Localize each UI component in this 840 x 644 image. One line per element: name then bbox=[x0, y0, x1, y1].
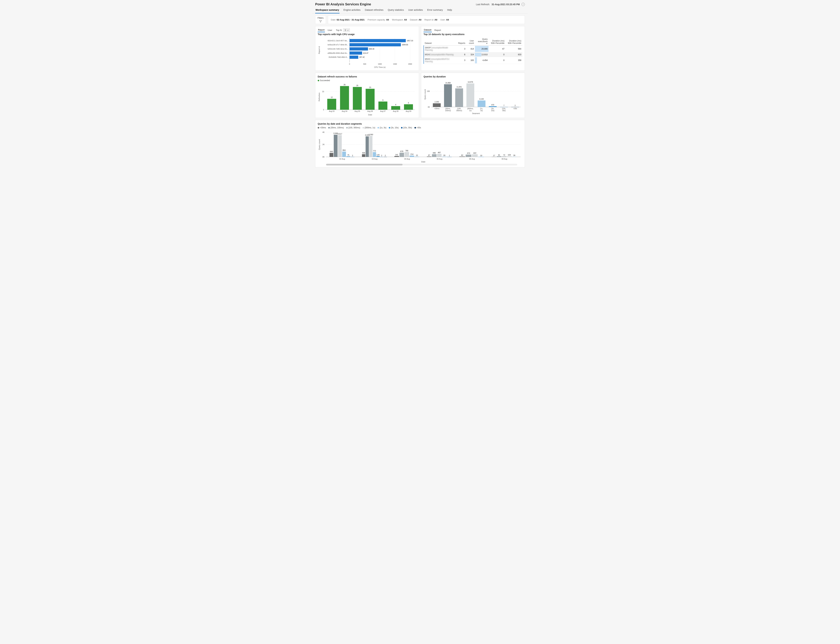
subtab-report[interactable]: Report bbox=[318, 28, 325, 32]
subtab-user[interactable]: User bbox=[327, 28, 332, 32]
legend-item: [10s, 30s) bbox=[401, 127, 412, 129]
tab-help[interactable]: Help bbox=[447, 7, 452, 13]
svg-text:0K: 0K bbox=[428, 106, 430, 108]
table-row[interactable]: MSXIConsumptionWinFOU Planning31634,4540… bbox=[424, 57, 522, 64]
svg-text:23: 23 bbox=[369, 87, 371, 88]
filter-item: Report id: All bbox=[424, 18, 437, 21]
queries-duration-title: Queries by duration bbox=[424, 75, 522, 78]
subtab-report2[interactable]: Report bbox=[434, 28, 441, 32]
svg-rect-31 bbox=[327, 99, 336, 110]
svg-text:141: 141 bbox=[395, 154, 398, 156]
svg-text:14,976: 14,976 bbox=[468, 81, 473, 83]
svg-text:25: 25 bbox=[356, 85, 358, 87]
svg-rect-146 bbox=[459, 156, 465, 157]
svg-text:104: 104 bbox=[508, 154, 511, 156]
table-header[interactable]: Query executions▼ bbox=[475, 37, 489, 46]
svg-rect-102 bbox=[342, 151, 346, 157]
svg-rect-115 bbox=[373, 152, 376, 157]
tab-query-statistics[interactable]: Query statistics bbox=[387, 7, 404, 13]
svg-text:Segment: Segment bbox=[472, 112, 480, 114]
svg-text:10: 10 bbox=[480, 154, 482, 156]
svg-text:10K: 10K bbox=[427, 90, 430, 92]
svg-text:12: 12 bbox=[331, 97, 333, 98]
chart-queries-duration[interactable]: 0K10K2,343<30ms14,468[30ms,100ms)11,841[… bbox=[424, 79, 522, 114]
info-icon[interactable]: i bbox=[521, 3, 525, 6]
panel-top-reports: Report User Top N: 5 Top reports with hi… bbox=[315, 26, 419, 71]
svg-rect-109 bbox=[362, 154, 365, 157]
svg-text:643: 643 bbox=[330, 151, 333, 153]
svg-text:30s): 30s) bbox=[502, 110, 506, 112]
legend-item: [1s, 3s) bbox=[378, 127, 386, 129]
chart-top-reports[interactable]: 0500100015002000602e4211-2dc9-4977-bb...… bbox=[318, 37, 416, 69]
svg-text:22: 22 bbox=[416, 154, 418, 156]
tab-error-summary[interactable]: Error summary bbox=[427, 7, 443, 13]
subtab-dataset[interactable]: Dataset bbox=[424, 28, 432, 32]
svg-text:05 Aug: 05 Aug bbox=[437, 158, 442, 160]
chart-queries-by-date[interactable]: 0K2K4K6433,5803,51786475202 Aug4363,3193… bbox=[318, 130, 522, 163]
table-header[interactable]: Dataset bbox=[424, 37, 457, 46]
top-datasets-title: Top 10 datasets by query executions bbox=[424, 33, 522, 36]
svg-rect-117 bbox=[376, 156, 380, 157]
svg-rect-152 bbox=[478, 157, 484, 157]
svg-text:17: 17 bbox=[493, 154, 495, 156]
svg-text:10s): 10s) bbox=[491, 110, 495, 112]
svg-rect-58 bbox=[433, 103, 441, 107]
table-top-datasets[interactable]: DatasetReportsUser countQuery executions… bbox=[424, 37, 522, 64]
svg-text:287.42: 287.42 bbox=[359, 56, 365, 58]
svg-text:>30s: >30s bbox=[513, 108, 517, 110]
main-tabs: Workspace summaryEngine activitiesDatase… bbox=[312, 7, 528, 13]
svg-text:14,468: 14,468 bbox=[445, 82, 451, 84]
svg-rect-77 bbox=[489, 106, 497, 107]
topn-select[interactable]: 5 bbox=[343, 28, 350, 32]
svg-rect-34 bbox=[340, 86, 349, 110]
tab-workspace-summary[interactable]: Workspace summary bbox=[315, 7, 340, 13]
filter-item: Dataset: All bbox=[410, 18, 421, 21]
last-refresh-value: 31-Aug-2021 03:23:45 PM bbox=[492, 3, 520, 6]
queries-by-date-legend: <30ms[30ms, 100ms)[100, 300ms)[300ms, 1s… bbox=[318, 127, 522, 129]
svg-text:Query count: Query count bbox=[318, 139, 321, 150]
svg-rect-85 bbox=[511, 107, 519, 107]
svg-rect-96 bbox=[329, 153, 333, 157]
svg-text:678: 678 bbox=[400, 150, 403, 152]
svg-text:100ms): 100ms) bbox=[445, 110, 451, 112]
svg-rect-10 bbox=[350, 39, 406, 42]
svg-rect-148 bbox=[466, 154, 472, 157]
svg-text:422: 422 bbox=[473, 152, 476, 154]
legend-item: <30ms bbox=[318, 127, 326, 129]
refresh-legend: Succeeded bbox=[318, 79, 416, 82]
svg-text:[3s,: [3s, bbox=[492, 108, 494, 110]
svg-text:62: 62 bbox=[461, 154, 463, 156]
svg-rect-130 bbox=[409, 156, 414, 157]
legend-item: [100, 300ms) bbox=[346, 127, 360, 129]
svg-rect-100 bbox=[338, 135, 342, 157]
tab-engine-activities[interactable]: Engine activities bbox=[343, 7, 361, 13]
svg-text:3s): 3s) bbox=[480, 110, 483, 112]
svg-text:CPU Time (s): CPU Time (s) bbox=[374, 66, 386, 68]
filters-button[interactable]: Filters bbox=[315, 15, 326, 24]
tab-user-activities[interactable]: User activities bbox=[408, 7, 423, 13]
svg-rect-111 bbox=[366, 136, 369, 157]
svg-text:Aug 06: Aug 06 bbox=[367, 110, 373, 112]
svg-text:373: 373 bbox=[467, 152, 470, 154]
svg-text:11,841: 11,841 bbox=[457, 86, 462, 88]
horizontal-scrollbar[interactable] bbox=[326, 164, 517, 166]
table-header[interactable]: Reports bbox=[457, 37, 466, 46]
last-refresh-label: Last Refresh: bbox=[476, 3, 490, 6]
svg-text:1000: 1000 bbox=[378, 63, 382, 65]
table-header[interactable]: Duration (ms) 50th Percentile bbox=[488, 37, 505, 46]
svg-rect-65 bbox=[455, 88, 463, 107]
table-row[interactable]: MSXIConsumptionWin Planning632413,910083… bbox=[424, 53, 522, 57]
table-header[interactable]: Duration (ms) 90th Percentile bbox=[506, 37, 522, 46]
table-row[interactable]: SMSPConsumptionModel Planning341429,8864… bbox=[424, 46, 522, 53]
tab-dataset-refreshes[interactable]: Dataset refreshes bbox=[365, 7, 384, 13]
svg-text:03 Aug: 03 Aug bbox=[372, 158, 378, 160]
svg-text:2: 2 bbox=[352, 154, 353, 156]
svg-text:2,343: 2,343 bbox=[435, 101, 439, 103]
chart-refresh[interactable]: 02012Aug 0326Aug 0425Aug 0523Aug 069Aug … bbox=[318, 83, 416, 116]
table-header[interactable]: User count bbox=[466, 37, 475, 46]
filter-item: Workspace: All bbox=[392, 18, 407, 21]
panel-queries-by-date: Queries by date and duration segments <3… bbox=[315, 120, 525, 167]
svg-rect-22 bbox=[350, 56, 358, 59]
svg-text:864: 864 bbox=[342, 149, 345, 151]
svg-text:72: 72 bbox=[503, 154, 505, 156]
